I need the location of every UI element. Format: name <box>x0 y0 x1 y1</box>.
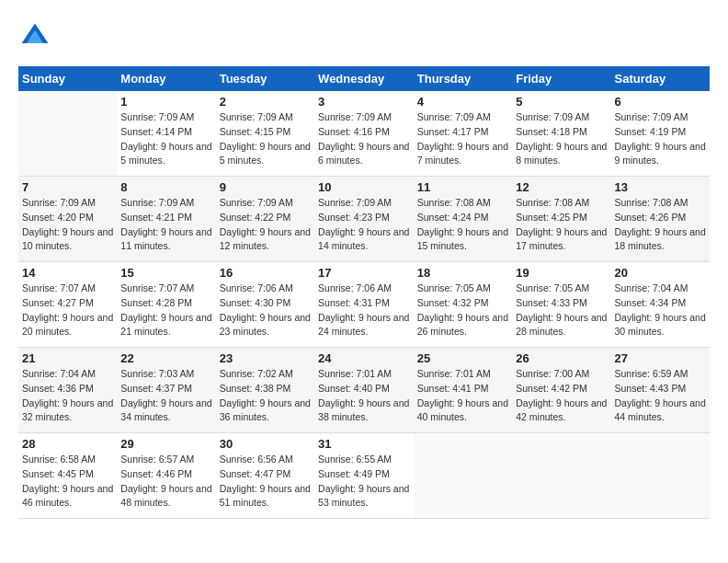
sunrise: Sunrise: 6:59 AM <box>615 367 707 382</box>
sunset: Sunset: 4:42 PM <box>516 382 607 396</box>
sunset: Sunset: 4:32 PM <box>417 296 508 311</box>
sunset: Sunset: 4:41 PM <box>417 382 508 396</box>
calendar-cell: 23 Sunrise: 7:02 AM Sunset: 4:38 PM Dayl… <box>216 348 314 433</box>
sunrise: Sunrise: 7:06 AM <box>220 282 311 296</box>
daylight: Daylight: 9 hours and 26 minutes. <box>417 311 508 340</box>
daylight: Daylight: 9 hours and 38 minutes. <box>318 396 410 426</box>
sunset: Sunset: 4:49 PM <box>318 467 410 482</box>
daylight: Daylight: 9 hours and 21 minutes. <box>120 311 211 340</box>
day-number: 21 <box>22 351 113 365</box>
daylight: Daylight: 9 hours and 15 minutes. <box>417 225 508 255</box>
daylight: Daylight: 9 hours and 34 minutes. <box>120 396 211 426</box>
sunrise: Sunrise: 7:00 AM <box>516 367 607 382</box>
sunrise: Sunrise: 7:05 AM <box>417 282 508 296</box>
day-info: Sunrise: 7:02 AM Sunset: 4:38 PM Dayligh… <box>220 367 311 425</box>
day-number: 5 <box>516 95 607 109</box>
calendar-cell: 1 Sunrise: 7:09 AM Sunset: 4:14 PM Dayli… <box>117 91 215 177</box>
sunset: Sunset: 4:43 PM <box>615 382 707 396</box>
sunset: Sunset: 4:26 PM <box>615 211 707 225</box>
sunrise: Sunrise: 7:01 AM <box>318 367 410 382</box>
sunset: Sunset: 4:16 PM <box>318 125 410 140</box>
day-number: 3 <box>318 95 410 109</box>
day-number: 29 <box>120 437 211 451</box>
day-number: 22 <box>120 351 211 365</box>
sunset: Sunset: 4:33 PM <box>516 296 607 311</box>
day-info: Sunrise: 7:00 AM Sunset: 4:42 PM Dayligh… <box>516 367 607 425</box>
sunset: Sunset: 4:40 PM <box>318 382 410 396</box>
calendar-cell: 14 Sunrise: 7:07 AM Sunset: 4:27 PM Dayl… <box>18 262 117 348</box>
logo <box>18 18 55 52</box>
calendar-cell: 31 Sunrise: 6:55 AM Sunset: 4:49 PM Dayl… <box>314 433 414 519</box>
calendar-cell: 25 Sunrise: 7:01 AM Sunset: 4:41 PM Dayl… <box>414 348 512 433</box>
calendar-cell: 29 Sunrise: 6:57 AM Sunset: 4:46 PM Dayl… <box>117 433 215 519</box>
calendar-cell: 18 Sunrise: 7:05 AM Sunset: 4:32 PM Dayl… <box>414 262 512 348</box>
sunrise: Sunrise: 7:09 AM <box>417 110 508 125</box>
day-info: Sunrise: 7:08 AM Sunset: 4:24 PM Dayligh… <box>417 196 508 254</box>
calendar-cell <box>512 433 610 519</box>
calendar-cell: 6 Sunrise: 7:09 AM Sunset: 4:19 PM Dayli… <box>611 91 711 177</box>
calendar-cell <box>414 433 512 519</box>
day-info: Sunrise: 6:58 AM Sunset: 4:45 PM Dayligh… <box>22 453 113 511</box>
sunset: Sunset: 4:47 PM <box>220 467 311 482</box>
calendar-cell: 21 Sunrise: 7:04 AM Sunset: 4:36 PM Dayl… <box>18 348 117 433</box>
header-tuesday: Tuesday <box>216 66 314 91</box>
sunset: Sunset: 4:37 PM <box>120 382 211 396</box>
day-info: Sunrise: 7:09 AM Sunset: 4:21 PM Dayligh… <box>120 196 211 254</box>
calendar-cell: 11 Sunrise: 7:08 AM Sunset: 4:24 PM Dayl… <box>414 177 512 262</box>
daylight: Daylight: 9 hours and 6 minutes. <box>318 140 410 169</box>
daylight: Daylight: 9 hours and 51 minutes. <box>220 482 311 511</box>
calendar-cell <box>611 433 711 519</box>
day-number: 6 <box>615 95 707 109</box>
daylight: Daylight: 9 hours and 10 minutes. <box>22 225 113 255</box>
calendar-cell: 9 Sunrise: 7:09 AM Sunset: 4:22 PM Dayli… <box>216 177 314 262</box>
sunrise: Sunrise: 6:58 AM <box>22 453 113 467</box>
day-info: Sunrise: 7:01 AM Sunset: 4:41 PM Dayligh… <box>417 367 508 425</box>
page-header <box>18 18 710 52</box>
calendar-cell: 26 Sunrise: 7:00 AM Sunset: 4:42 PM Dayl… <box>512 348 610 433</box>
sunrise: Sunrise: 7:09 AM <box>220 110 311 125</box>
day-number: 14 <box>22 266 113 280</box>
day-number: 1 <box>120 95 211 109</box>
daylight: Daylight: 9 hours and 12 minutes. <box>220 225 311 255</box>
sunset: Sunset: 4:34 PM <box>615 296 707 311</box>
day-info: Sunrise: 7:09 AM Sunset: 4:23 PM Dayligh… <box>318 196 410 254</box>
day-info: Sunrise: 7:08 AM Sunset: 4:25 PM Dayligh… <box>516 196 607 254</box>
day-info: Sunrise: 7:09 AM Sunset: 4:16 PM Dayligh… <box>318 110 410 168</box>
day-info: Sunrise: 7:09 AM Sunset: 4:18 PM Dayligh… <box>516 110 607 168</box>
sunrise: Sunrise: 7:09 AM <box>220 196 311 211</box>
calendar-header-row: SundayMondayTuesdayWednesdayThursdayFrid… <box>18 66 710 91</box>
day-info: Sunrise: 7:05 AM Sunset: 4:33 PM Dayligh… <box>516 282 607 339</box>
calendar-week-4: 21 Sunrise: 7:04 AM Sunset: 4:36 PM Dayl… <box>18 348 710 433</box>
day-number: 18 <box>417 266 508 280</box>
day-number: 12 <box>516 180 607 194</box>
sunset: Sunset: 4:17 PM <box>417 125 508 140</box>
daylight: Daylight: 9 hours and 24 minutes. <box>318 311 410 340</box>
day-number: 23 <box>220 351 311 365</box>
sunrise: Sunrise: 7:08 AM <box>615 196 707 211</box>
sunrise: Sunrise: 7:08 AM <box>417 196 508 211</box>
daylight: Daylight: 9 hours and 18 minutes. <box>615 225 707 255</box>
day-info: Sunrise: 7:09 AM Sunset: 4:17 PM Dayligh… <box>417 110 508 168</box>
calendar-cell: 22 Sunrise: 7:03 AM Sunset: 4:37 PM Dayl… <box>117 348 215 433</box>
day-info: Sunrise: 7:04 AM Sunset: 4:34 PM Dayligh… <box>615 282 707 339</box>
calendar-cell <box>18 91 117 177</box>
day-info: Sunrise: 7:09 AM Sunset: 4:22 PM Dayligh… <box>220 196 311 254</box>
calendar-cell: 28 Sunrise: 6:58 AM Sunset: 4:45 PM Dayl… <box>18 433 117 519</box>
sunset: Sunset: 4:25 PM <box>516 211 607 225</box>
daylight: Daylight: 9 hours and 23 minutes. <box>220 311 311 340</box>
sunrise: Sunrise: 6:56 AM <box>220 453 311 467</box>
calendar-cell: 5 Sunrise: 7:09 AM Sunset: 4:18 PM Dayli… <box>512 91 610 177</box>
sunset: Sunset: 4:14 PM <box>120 125 211 140</box>
sunset: Sunset: 4:20 PM <box>22 211 113 225</box>
calendar-cell: 20 Sunrise: 7:04 AM Sunset: 4:34 PM Dayl… <box>611 262 711 348</box>
sunrise: Sunrise: 7:07 AM <box>120 282 211 296</box>
day-info: Sunrise: 7:09 AM Sunset: 4:20 PM Dayligh… <box>22 196 113 254</box>
calendar-cell: 15 Sunrise: 7:07 AM Sunset: 4:28 PM Dayl… <box>117 262 215 348</box>
calendar-cell: 8 Sunrise: 7:09 AM Sunset: 4:21 PM Dayli… <box>117 177 215 262</box>
sunset: Sunset: 4:22 PM <box>220 211 311 225</box>
header-thursday: Thursday <box>414 66 512 91</box>
calendar-week-1: 1 Sunrise: 7:09 AM Sunset: 4:14 PM Dayli… <box>18 91 710 177</box>
sunset: Sunset: 4:30 PM <box>220 296 311 311</box>
sunrise: Sunrise: 7:09 AM <box>615 110 707 125</box>
daylight: Daylight: 9 hours and 36 minutes. <box>220 396 311 426</box>
